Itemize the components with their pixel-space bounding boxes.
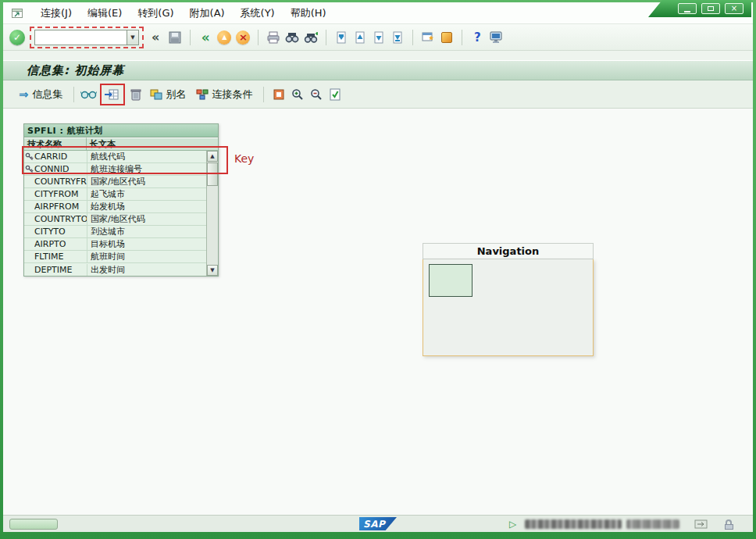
field-long-text: 目标机场 [87, 238, 206, 250]
enter-button[interactable]: ✓ [9, 30, 25, 45]
table-row[interactable]: DEPTIME 出发时间 [24, 263, 206, 276]
new-session-button[interactable] [419, 29, 437, 46]
spfli-table-window[interactable]: SPFLI : 航班计划 技术名称 长文本 CARRID [23, 123, 219, 277]
column-header-long-text[interactable]: 长文本 [87, 137, 218, 151]
scroll-up-icon: ▲ [210, 153, 214, 159]
field-long-text: 国家/地区代码 [87, 213, 206, 225]
display-button[interactable] [80, 86, 98, 103]
table-body: CARRID 航线代码 CONNID 航班连接编号 [24, 151, 218, 276]
field-long-text: 到达城市 [87, 226, 206, 237]
zoom-in-icon [291, 88, 304, 101]
command-field[interactable] [34, 30, 127, 45]
zoom-out-button[interactable] [308, 86, 325, 103]
zoom-in-button[interactable] [289, 86, 306, 103]
print-button[interactable] [265, 29, 282, 46]
help-button[interactable]: ? [469, 29, 486, 46]
collapse-command-icon[interactable]: « [152, 30, 159, 45]
table-row[interactable]: FLTIME 航班时间 [24, 251, 206, 263]
toolbar-separator [326, 30, 326, 45]
check-button[interactable] [326, 86, 344, 103]
table-row[interactable]: COUNTRYTO 国家/地区代码 [24, 213, 206, 226]
field-technical-name: COUNTRYTO [34, 214, 87, 224]
join-conditions-label: 连接条件 [212, 87, 253, 102]
navigation-panel-body[interactable] [423, 259, 594, 356]
check-icon: ✓ [13, 32, 21, 43]
key-icon [24, 165, 34, 173]
maximize-button[interactable] [701, 3, 720, 14]
menu-item[interactable]: 系统(Y) [233, 3, 283, 23]
menu-item[interactable]: 附加(A) [182, 3, 233, 23]
create-shortcut-button[interactable] [438, 29, 455, 46]
lock-icon [722, 518, 736, 530]
table-row[interactable]: CONNID 航班连接编号 [24, 163, 206, 176]
table-row[interactable]: CITYTO 到达城市 [24, 226, 206, 238]
table-header-row: 技术名称 长文本 [24, 137, 218, 151]
session-select-button[interactable] [694, 518, 708, 530]
menu-item[interactable]: 编辑(E) [80, 3, 130, 23]
colors-button[interactable] [270, 86, 287, 103]
cancel-button[interactable]: × [234, 29, 251, 46]
back-button[interactable]: « [197, 29, 214, 46]
table-scrollbar[interactable]: ▲ ▼ [206, 151, 218, 276]
exit-button[interactable]: ▲ [216, 29, 233, 46]
delete-button[interactable] [127, 86, 144, 103]
status-bar: SAP ▷ [3, 515, 753, 532]
back-icon: « [201, 30, 210, 45]
last-page-button[interactable] [389, 29, 406, 46]
navigation-thumbnail[interactable] [429, 264, 472, 297]
customize-layout-button[interactable] [487, 29, 505, 46]
join-conditions-button[interactable]: 连接条件 [191, 85, 258, 104]
toolbar-separator [412, 30, 413, 45]
status-expand-icon[interactable]: ▷ [509, 519, 516, 530]
field-long-text: 航班时间 [87, 251, 206, 262]
command-dropdown-button[interactable]: ▼ [127, 30, 139, 45]
status-session-text-redacted [626, 519, 679, 529]
alias-button-label: 别名 [166, 87, 187, 102]
save-button[interactable] [166, 29, 184, 46]
insert-table-annotation [100, 84, 125, 105]
close-icon: × [731, 5, 737, 12]
insert-table-button[interactable] [104, 86, 121, 103]
chevron-down-icon: ▼ [130, 34, 134, 41]
scroll-up-button[interactable]: ▲ [207, 151, 218, 162]
table-row[interactable]: CITYFROM 起飞城市 [24, 188, 206, 201]
menu-item[interactable]: 帮助(H) [283, 3, 334, 23]
sap-gui-window: 连接(J) 编辑(E) 转到(G) 附加(A) 系统(Y) 帮助(H) ✓ ▼ [3, 2, 753, 532]
field-technical-name: CITYFROM [34, 189, 87, 199]
alias-button[interactable]: 别名 [145, 85, 191, 104]
find-button[interactable] [284, 29, 301, 46]
next-page-button[interactable] [370, 29, 387, 46]
system-menu-icon[interactable] [11, 7, 25, 19]
first-page-button[interactable] [333, 29, 350, 46]
field-technical-name: COUNTRYFR [34, 177, 87, 187]
scroll-down-icon: ▼ [210, 267, 214, 273]
scrollbar-track[interactable] [207, 186, 218, 265]
column-header-technical-name[interactable]: 技术名称 [24, 137, 87, 151]
menu-item[interactable]: 转到(G) [130, 3, 181, 23]
sap-logo: SAP [359, 517, 397, 530]
find-next-button[interactable] [302, 29, 319, 46]
zoom-out-icon [310, 88, 323, 101]
field-long-text: 航线代码 [87, 151, 206, 162]
scroll-down-button[interactable]: ▼ [207, 265, 218, 276]
table-row[interactable]: AIRPFROM 始发机场 [24, 201, 206, 213]
navigation-panel-title: Navigation [423, 243, 594, 259]
table-row[interactable]: CARRID 航线代码 [24, 151, 206, 163]
field-long-text: 国家/地区代码 [87, 176, 206, 187]
infoset-button[interactable]: ⇒ 信息集 [14, 85, 68, 104]
navigation-panel[interactable]: Navigation [423, 243, 594, 356]
field-technical-name: CARRID [34, 152, 87, 162]
table-row[interactable]: COUNTRYFR 国家/地区代码 [24, 176, 206, 188]
shortcut-icon [441, 32, 452, 43]
status-system-text-redacted [525, 519, 622, 529]
close-button[interactable]: × [725, 3, 744, 14]
minimize-icon [684, 11, 690, 12]
standard-toolbar: ✓ ▼ « « ▲ × [3, 24, 753, 51]
previous-page-button[interactable] [351, 29, 369, 46]
table-row[interactable]: AIRPTO 目标机场 [24, 238, 206, 251]
minimize-button[interactable] [678, 3, 697, 14]
field-technical-name: CITYTO [34, 227, 87, 237]
menu-item[interactable]: 连接(J) [33, 3, 80, 23]
table-window-title[interactable]: SPFLI : 航班计划 [24, 124, 218, 137]
scrollbar-thumb[interactable] [207, 162, 218, 186]
